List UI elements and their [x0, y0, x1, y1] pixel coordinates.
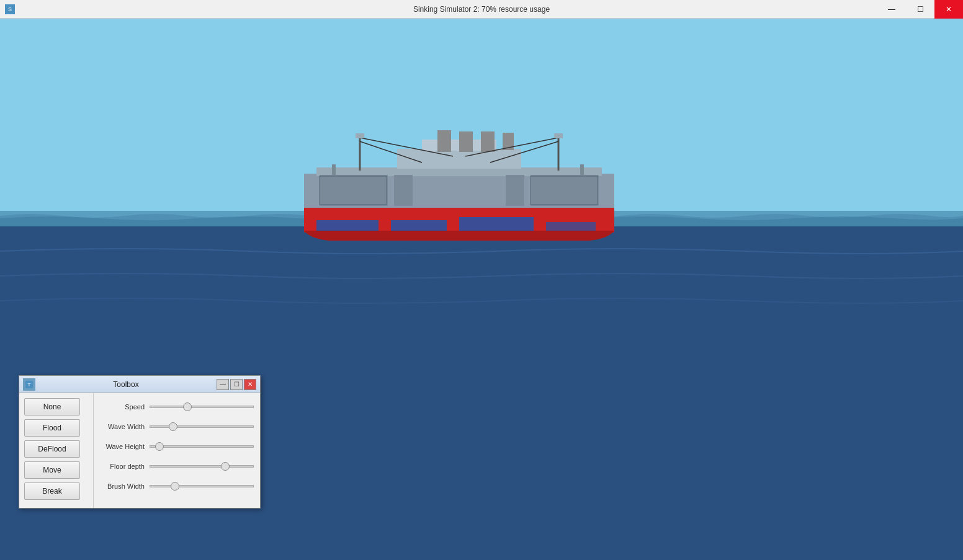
speed-label: Speed [100, 403, 150, 411]
title-bar-left: S [0, 4, 20, 14]
toolbox-close-button[interactable]: ✕ [244, 379, 256, 390]
toolbox-body: None Flood DeFlood Move Break Speed Wave… [19, 393, 260, 508]
close-button[interactable]: ✕ [934, 0, 963, 19]
title-bar: S Sinking Simulator 2: 70% resource usag… [0, 0, 963, 19]
svg-rect-19 [316, 220, 378, 231]
toolbox-slider-panel: Speed Wave Width Wave Height [94, 393, 260, 508]
svg-rect-31 [320, 175, 388, 206]
ship [298, 127, 620, 251]
main-area: T Toolbox — ☐ ✕ None Flood DeFlood Move … [0, 19, 963, 560]
toolbox-button-panel: None Flood DeFlood Move Break [19, 393, 94, 508]
svg-text:S: S [8, 6, 12, 12]
toolbox-titlebar[interactable]: T Toolbox — ☐ ✕ [19, 376, 260, 393]
app-icon: S [5, 4, 15, 14]
brush-width-track [150, 480, 254, 492]
toolbox-icon: T [23, 378, 35, 391]
wave-height-track [150, 440, 254, 453]
tool-none-button[interactable]: None [24, 398, 80, 416]
toolbox-maximize-button[interactable]: ☐ [230, 379, 243, 390]
brush-width-slider-row: Brush Width [100, 478, 254, 495]
speed-slider-row: Speed [100, 398, 254, 416]
svg-rect-8 [459, 131, 473, 152]
wave-width-slider[interactable] [150, 425, 254, 428]
svg-text:T: T [28, 382, 31, 388]
floor-depth-slider[interactable] [150, 465, 254, 468]
tool-break-button[interactable]: Break [24, 482, 80, 500]
svg-rect-32 [394, 175, 413, 206]
svg-rect-20 [391, 220, 447, 231]
svg-rect-18 [554, 133, 563, 138]
title-bar-controls: — ☐ ✕ [877, 0, 963, 19]
maximize-button[interactable]: ☐ [906, 0, 934, 19]
svg-rect-33 [506, 175, 524, 206]
svg-rect-21 [459, 217, 534, 231]
toolbox-minimize-button[interactable]: — [217, 379, 229, 390]
tool-flood-button[interactable]: Flood [24, 419, 80, 437]
svg-rect-17 [356, 133, 364, 138]
tool-deflood-button[interactable]: DeFlood [24, 440, 80, 458]
svg-rect-9 [481, 131, 495, 152]
svg-rect-7 [437, 130, 451, 152]
minimize-button[interactable]: — [877, 0, 906, 19]
floor-depth-slider-row: Floor depth [100, 458, 254, 475]
brush-width-slider[interactable] [150, 485, 254, 487]
svg-rect-34 [531, 175, 599, 206]
speed-track [150, 401, 254, 413]
floor-depth-label: Floor depth [100, 463, 150, 470]
wave-width-slider-row: Wave Width [100, 418, 254, 435]
window-title: Sinking Simulator 2: 70% resource usage [413, 5, 550, 14]
wave-width-track [150, 420, 254, 433]
wave-height-label: Wave Height [100, 443, 150, 450]
toolbox-window: T Toolbox — ☐ ✕ None Flood DeFlood Move … [19, 375, 261, 509]
tool-move-button[interactable]: Move [24, 461, 80, 479]
floor-depth-track [150, 460, 254, 473]
wave-width-label: Wave Width [100, 423, 150, 430]
toolbox-title: Toolbox [35, 380, 217, 389]
wave-height-slider-row: Wave Height [100, 438, 254, 455]
brush-width-label: Brush Width [100, 482, 150, 490]
wave-height-slider[interactable] [150, 445, 254, 448]
speed-slider[interactable] [150, 406, 254, 408]
toolbox-controls: — ☐ ✕ [217, 379, 256, 390]
svg-rect-22 [546, 222, 596, 231]
